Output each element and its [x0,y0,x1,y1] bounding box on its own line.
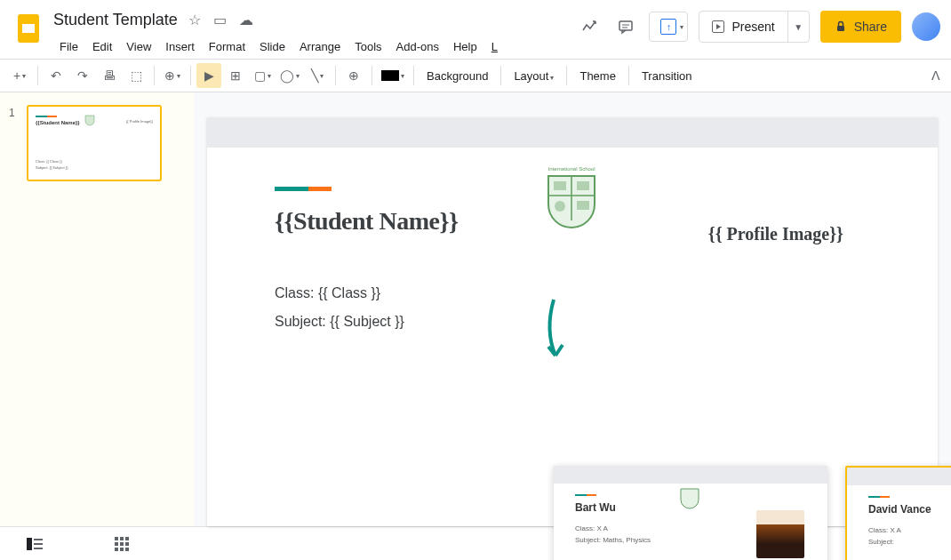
accent-bar [275,187,332,191]
class-placeholder[interactable]: Class: {{ Class }} [275,285,870,301]
svg-rect-9 [554,181,566,190]
menu-last-edit[interactable]: L [485,36,504,57]
account-avatar[interactable] [912,12,940,41]
menu-tools[interactable]: Tools [348,36,388,57]
svg-rect-22 [125,542,129,546]
theme-button[interactable]: Theme [572,69,622,83]
slide-number: 1 [9,105,27,514]
menu-file[interactable]: File [53,36,84,57]
activity-icon[interactable] [578,14,603,39]
menu-slide[interactable]: Slide [253,36,292,57]
app-header: Student Template ☆ ▭ ☁ File Edit View In… [0,0,951,59]
svg-point-11 [555,201,565,212]
print-button[interactable]: 🖶 [97,63,122,88]
undo-button[interactable]: ↶ [44,63,68,88]
menu-insert[interactable]: Insert [159,36,201,57]
filmstrip-view-icon[interactable] [27,536,43,552]
present-label: Present [731,20,774,34]
slide[interactable]: {{Student Name}} Class: {{ Class }} Subj… [207,117,938,526]
shape-tool[interactable]: ◯▾ [276,63,303,88]
result-card-2[interactable]: David Vance Class: X A Subject: 2 [845,466,951,560]
image-tool[interactable]: ▢▾ [250,63,275,88]
toolbar: +▾ ↶ ↷ 🖶 ⬚ ⊕▾ ▶ ⊞ ▢▾ ◯▾ ╲▾ ⊕ ▾ Backgroun… [0,59,951,92]
thumb-profile: {{ Profile Image}} [126,119,153,124]
header-actions: ↑ Present ▼ Share [578,7,940,43]
svg-rect-5 [837,26,844,31]
fill-color-tool[interactable]: ▾ [378,63,408,88]
svg-rect-18 [120,537,124,540]
cloud-icon[interactable]: ☁ [239,12,253,28]
svg-rect-2 [619,21,632,30]
thumb-details: Class: {{ Class }}Subject: {{ Subject }} [36,159,68,171]
svg-rect-1 [22,24,35,33]
menu-arrange[interactable]: Arrange [293,36,347,57]
menu-edit[interactable]: Edit [86,36,118,57]
svg-rect-12 [577,201,589,210]
slide-canvas[interactable]: {{Student Name}} Class: {{ Class }} Subj… [194,92,951,526]
svg-rect-14 [34,539,43,540]
svg-rect-17 [115,537,118,540]
share-label: Share [854,20,887,34]
school-crest[interactable]: International School [536,160,607,244]
redo-button[interactable]: ↷ [70,63,95,88]
lock-icon [835,20,847,33]
play-icon [712,20,724,33]
transition-button[interactable]: Transition [635,69,699,83]
collapse-toolbar-icon[interactable]: ᐱ [931,68,940,83]
arrow-annotation [536,295,571,366]
menu-help[interactable]: Help [447,36,483,57]
menu-addons[interactable]: Add-ons [390,36,445,57]
profile-image-placeholder[interactable]: {{ Profile Image}} [708,224,843,244]
comment-tool[interactable]: ⊕ [341,63,366,88]
slide-panel: 1 {{Student Name}} {{ Profile Image}} Cl… [0,92,194,526]
svg-text:International School: International School [547,166,595,172]
comments-icon[interactable] [613,14,638,39]
paint-format-button[interactable]: ⬚ [124,63,148,88]
slide-header-bar [207,117,938,148]
card-name: David Vance [868,503,951,516]
svg-rect-20 [115,542,118,546]
card-photo [756,510,804,558]
menu-format[interactable]: Format [203,36,252,57]
svg-rect-24 [120,548,124,551]
svg-rect-25 [125,548,129,551]
main-area: 1 {{Student Name}} {{ Profile Image}} Cl… [0,92,951,526]
svg-rect-10 [577,181,589,190]
svg-rect-21 [120,542,124,546]
card-subject: Subject: [868,538,951,546]
layout-label: Layout [514,69,548,83]
background-button[interactable]: Background [420,69,495,83]
svg-rect-16 [34,548,43,549]
upload-button[interactable]: ↑ [649,12,688,42]
title-area: Student Template ☆ ▭ ☁ File Edit View In… [46,7,578,59]
result-card-1[interactable]: Bart Wu Class: X A Subject: Maths, Physi… [554,466,827,560]
result-previews: Bart Wu Class: X A Subject: Maths, Physi… [554,466,951,560]
menu-view[interactable]: View [120,36,157,57]
zoom-button[interactable]: ⊕▾ [160,63,185,88]
card-class: Class: X A [868,526,951,534]
line-tool[interactable]: ╲▾ [305,63,330,88]
document-title[interactable]: Student Template [53,11,178,29]
present-dropdown[interactable]: ▼ [787,12,809,42]
svg-rect-19 [125,537,129,540]
move-icon[interactable]: ▭ [213,12,227,28]
share-button[interactable]: Share [820,11,901,43]
grid-view-icon[interactable] [114,536,130,552]
select-tool[interactable]: ▶ [196,63,221,88]
slides-logo[interactable] [11,11,46,46]
menu-bar: File Edit View Insert Format Slide Arran… [53,34,578,59]
subject-placeholder[interactable]: Subject: {{ Subject }} [275,314,870,330]
present-button[interactable]: Present ▼ [699,11,809,43]
svg-rect-13 [27,538,32,550]
svg-rect-15 [34,543,43,545]
card-crest [678,485,701,514]
new-slide-button[interactable]: +▾ [7,63,32,88]
slide-thumbnail[interactable]: {{Student Name}} {{ Profile Image}} Clas… [27,105,162,181]
star-icon[interactable]: ☆ [188,12,201,28]
svg-rect-23 [115,548,118,551]
textbox-tool[interactable]: ⊞ [223,63,248,88]
layout-button[interactable]: Layout▾ [507,69,561,83]
